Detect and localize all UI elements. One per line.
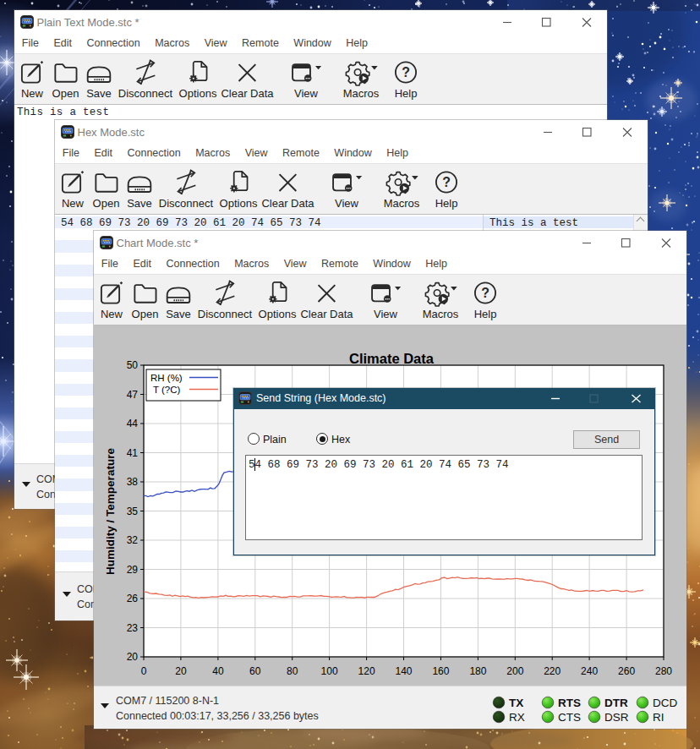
- svg-text:0: 0: [141, 665, 147, 677]
- svg-text:T (?C): T (?C): [153, 385, 181, 395]
- svg-text:RX: RX: [509, 711, 525, 724]
- svg-text:38: 38: [127, 476, 139, 488]
- svg-text:140: 140: [395, 665, 412, 677]
- svg-text:120: 120: [358, 665, 375, 677]
- svg-text:60: 60: [249, 665, 261, 677]
- svg-text:TX: TX: [509, 697, 523, 709]
- svg-text:32: 32: [127, 534, 139, 546]
- svg-text:220: 220: [544, 665, 561, 677]
- svg-text:180: 180: [469, 665, 486, 677]
- svg-text:44: 44: [127, 418, 139, 429]
- svg-text:35: 35: [127, 506, 139, 517]
- svg-text:DSR: DSR: [604, 711, 629, 724]
- svg-text:47: 47: [127, 389, 139, 401]
- svg-text:41: 41: [127, 447, 139, 459]
- svg-text:29: 29: [127, 564, 139, 576]
- svg-text:80: 80: [287, 665, 298, 677]
- svg-text:240: 240: [581, 665, 598, 677]
- svg-text:DTR: DTR: [604, 697, 628, 709]
- svg-text:20: 20: [175, 665, 187, 677]
- svg-text:23: 23: [127, 622, 139, 634]
- svg-text:RI: RI: [653, 711, 664, 724]
- svg-text:Climate Data: Climate Data: [349, 351, 435, 366]
- svg-text:RTS: RTS: [558, 697, 581, 709]
- svg-text:DCD: DCD: [653, 697, 677, 709]
- svg-text:160: 160: [432, 665, 449, 677]
- svg-text:26: 26: [127, 593, 139, 604]
- svg-text:CTS: CTS: [558, 711, 581, 724]
- svg-text:100: 100: [321, 665, 338, 677]
- svg-text:260: 260: [618, 665, 635, 677]
- svg-text:50: 50: [127, 359, 139, 371]
- svg-text:Humidity / Temperature: Humidity / Temperature: [104, 448, 117, 575]
- svg-text:20: 20: [127, 651, 139, 663]
- svg-text:40: 40: [212, 665, 224, 677]
- svg-text:280: 280: [655, 665, 672, 677]
- svg-text:200: 200: [506, 665, 523, 677]
- svg-text:RH (%): RH (%): [150, 373, 183, 383]
